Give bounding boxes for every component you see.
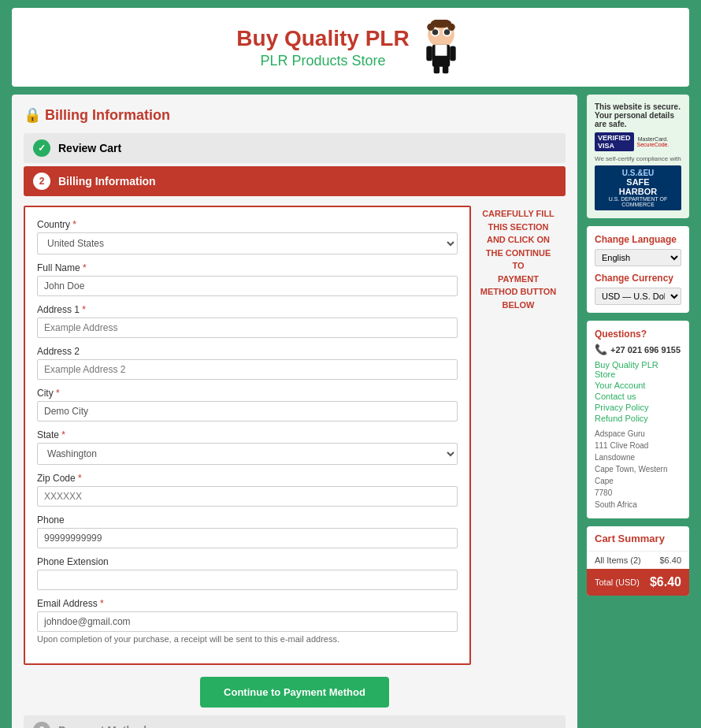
phone-ext-input[interactable]: [37, 570, 458, 590]
city-field-group: City *: [37, 388, 458, 422]
svg-rect-9: [450, 46, 455, 61]
language-select[interactable]: English: [595, 249, 681, 266]
address2-field-group: Address 2: [37, 346, 458, 380]
cart-items-amount: $6.40: [659, 555, 681, 565]
cart-total-label: Total (USD): [595, 578, 640, 587]
language-currency-box: Change Language English Change Currency …: [587, 226, 689, 313]
cart-summary-title: Cart Summary: [595, 533, 681, 544]
svg-point-3: [432, 29, 437, 35]
checkout-title: 🔒 Billing Information: [24, 106, 566, 124]
link-account[interactable]: Your Account: [595, 381, 681, 390]
svg-point-4: [443, 29, 449, 35]
step-billing-info: 2 Billing Information: [24, 166, 566, 196]
currency-select[interactable]: USD — U.S. Dollar: [595, 288, 681, 305]
step-review-cart: ✓ Review Cart: [24, 133, 566, 163]
header: Buy Quality PLR PLR Products Store: [12, 8, 689, 87]
city-input[interactable]: [37, 401, 458, 422]
state-label: State *: [37, 429, 458, 440]
safeharbor-badge: U.S.&EU SAFE HARBOR U.S. DEPARTMENT OF C…: [595, 165, 681, 210]
fullname-input[interactable]: [37, 276, 458, 296]
link-privacy[interactable]: Privacy Policy: [595, 403, 681, 412]
country-label: Country *: [37, 219, 458, 230]
payment-badges: VERIFIED VISA MasterCard. SecureCode.: [595, 132, 681, 151]
cart-total-row: Total (USD) $6.40: [587, 569, 689, 596]
company-address: Adspace Guru 111 Clive Road Lansdowne Ca…: [595, 428, 681, 511]
zipcode-label: Zip Code *: [37, 473, 458, 484]
secure-text: This website is secure. Your personal de…: [595, 102, 681, 128]
language-section-title: Change Language: [595, 234, 681, 245]
email-field-group: Email Address * Upon completion of your …: [37, 598, 458, 644]
step3-num-icon: 3: [33, 722, 50, 728]
phone-ext-label: Phone Extension: [37, 556, 458, 567]
city-label: City *: [37, 388, 458, 399]
link-contact[interactable]: Contact us: [595, 392, 681, 401]
svg-rect-6: [435, 45, 447, 56]
questions-box: Questions? 📞 +27 021 696 9155 Buy Qualit…: [587, 321, 689, 518]
phone-icon: 📞: [595, 344, 607, 355]
svg-rect-11: [443, 66, 448, 73]
phone-number: +27 021 696 9155: [610, 345, 681, 355]
step1-label: Review Cart: [58, 142, 121, 154]
security-badge-box: This website is secure. Your personal de…: [587, 95, 689, 218]
mascot-icon: [417, 20, 465, 75]
link-store[interactable]: Buy Quality PLR Store: [595, 360, 681, 379]
cart-items-label: All Items (2): [595, 555, 641, 565]
svg-rect-8: [426, 46, 432, 61]
state-field-group: State * Washington: [37, 429, 458, 465]
cart-summary-header: Cart Summary: [587, 526, 689, 551]
step1-check-icon: ✓: [33, 139, 50, 157]
country-field-group: Country * United States: [37, 219, 458, 254]
cart-items-row: All Items (2) $6.40: [587, 551, 689, 569]
step2-num-icon: 2: [33, 173, 50, 190]
country-select[interactable]: United States: [37, 232, 458, 254]
step2-label: Billing Information: [58, 175, 156, 188]
svg-point-14: [447, 24, 454, 31]
visa-badge: VERIFIED VISA: [595, 132, 634, 151]
svg-point-13: [427, 24, 434, 31]
checkout-form-container: 🔒 Billing Information ✓ Review Cart 2 Bi…: [12, 95, 577, 728]
zipcode-field-group: Zip Code *: [37, 473, 458, 507]
continue-button[interactable]: Continue to Payment Method: [200, 677, 389, 708]
billing-form: Country * United States Full Name *: [24, 206, 471, 665]
phone-row: 📞 +27 021 696 9155: [595, 344, 681, 355]
site-subtitle: PLR Products Store: [236, 53, 409, 69]
address2-input[interactable]: [37, 359, 458, 380]
step3-label: Payment Method: [58, 724, 147, 728]
address2-label: Address 2: [37, 346, 458, 357]
address1-label: Address 1 *: [37, 304, 458, 315]
sidebar: This website is secure. Your personal de…: [587, 95, 689, 596]
phone-input[interactable]: [37, 528, 458, 548]
phone-ext-field-group: Phone Extension: [37, 556, 458, 590]
questions-title: Questions?: [595, 329, 681, 340]
phone-field-group: Phone: [37, 514, 458, 548]
email-note: Upon completion of your purchase, a rece…: [37, 634, 458, 644]
fullname-label: Full Name *: [37, 262, 458, 273]
secure-title-text: Billing Information: [45, 107, 170, 123]
cart-total-amount: $6.40: [650, 575, 681, 589]
fullname-field-group: Full Name *: [37, 262, 458, 296]
mastercard-badge: MasterCard. SecureCode.: [637, 136, 669, 147]
state-select[interactable]: Washington: [37, 443, 458, 465]
step-payment-method: 3 Payment Method: [24, 715, 566, 728]
safeharbor-desc: We self-certify compliance with: [595, 155, 681, 162]
address1-field-group: Address 1 *: [37, 304, 458, 338]
site-title: Buy Quality PLR: [236, 26, 409, 51]
link-refund[interactable]: Refund Policy: [595, 414, 681, 423]
email-label: Email Address *: [37, 598, 458, 609]
instruction-text: CAREFULLY FILL THIS SECTION AND CLICK ON…: [475, 207, 562, 311]
phone-label: Phone: [37, 514, 458, 526]
svg-rect-10: [433, 66, 439, 73]
address1-input[interactable]: [37, 318, 458, 338]
cart-summary-box: Cart Summary All Items (2) $6.40 Total (…: [587, 526, 689, 596]
zipcode-input[interactable]: [37, 486, 458, 507]
svg-point-7: [437, 36, 444, 41]
email-input[interactable]: [37, 611, 458, 632]
currency-section-title: Change Currency: [595, 273, 681, 284]
